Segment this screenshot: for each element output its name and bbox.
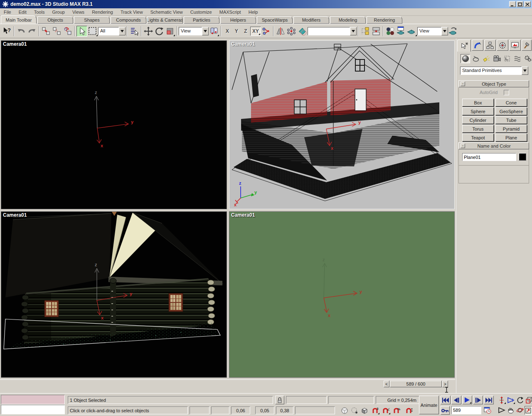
- zoom-extents-all-icon[interactable]: [525, 396, 532, 404]
- time-configuration-icon[interactable]: [483, 406, 492, 414]
- primitive-category-dropdown-icon[interactable]: [522, 67, 528, 75]
- menu-track-view[interactable]: Track View: [117, 9, 147, 15]
- create-shapes-button[interactable]: [471, 54, 480, 63]
- restrict-x-button[interactable]: X: [223, 27, 232, 36]
- select-and-manipulate-button[interactable]: [261, 26, 272, 37]
- tab-particles[interactable]: Particles: [184, 16, 219, 24]
- snap-dotted-icon[interactable]: [350, 406, 359, 415]
- snap-toggle-3d-icon[interactable]: 3: [371, 406, 380, 415]
- cylinder-button[interactable]: Cylinder: [462, 116, 494, 124]
- snap-cube-icon[interactable]: [360, 406, 369, 415]
- tab-objects[interactable]: Objects: [37, 16, 73, 24]
- menu-group[interactable]: Group: [48, 9, 69, 15]
- tab-main-toolbar[interactable]: Main Toolbar: [1, 15, 37, 24]
- menu-edit[interactable]: Edit: [15, 9, 30, 15]
- viewport-label[interactable]: Camera01: [3, 212, 27, 218]
- unlink-selection-button[interactable]: [52, 26, 62, 37]
- name-color-rollout-header[interactable]: - Name and Color: [458, 142, 529, 149]
- tab-modify[interactable]: [472, 40, 483, 51]
- spinner-snap-icon[interactable]: [405, 406, 414, 415]
- tab-modeling[interactable]: Modeling: [330, 16, 366, 24]
- degradation-override-icon[interactable]: [340, 406, 349, 415]
- box-button[interactable]: Box: [462, 99, 494, 106]
- restrict-y-button[interactable]: Y: [232, 27, 241, 36]
- viewport-bottom-left[interactable]: Camera01: [1, 211, 227, 378]
- render-last-button[interactable]: [448, 26, 459, 37]
- render-type-combo[interactable]: View: [417, 27, 448, 35]
- torus-button[interactable]: Torus: [462, 125, 494, 133]
- viewport-bottom-right[interactable]: Camera01 z y x: [229, 211, 455, 378]
- tab-shapes[interactable]: Shapes: [74, 16, 110, 24]
- menu-schematic-view[interactable]: Schematic View: [147, 9, 187, 15]
- create-helpers-button[interactable]: [502, 54, 512, 63]
- tab-create[interactable]: [457, 40, 471, 52]
- tab-helpers[interactable]: Helpers: [220, 16, 256, 24]
- select-and-scale-button[interactable]: [165, 26, 175, 37]
- cone-button[interactable]: Cone: [495, 99, 527, 106]
- go-to-end-button[interactable]: [484, 396, 494, 404]
- percent-snap-icon[interactable]: %: [392, 406, 401, 415]
- named-selection-sets-combo[interactable]: [308, 27, 357, 35]
- plane-button[interactable]: Plane: [495, 134, 527, 141]
- tab-display[interactable]: [509, 40, 521, 51]
- sphere-button[interactable]: Sphere: [462, 107, 494, 115]
- region-select-button[interactable]: [87, 26, 98, 37]
- create-lights-button[interactable]: [481, 54, 491, 63]
- select-and-move-button[interactable]: [143, 26, 154, 37]
- align-button[interactable]: [297, 26, 308, 37]
- tab-rendering[interactable]: Rendering: [367, 16, 402, 24]
- current-frame-field[interactable]: [451, 406, 481, 414]
- reference-coordinate-system-combo[interactable]: View: [179, 27, 209, 35]
- selection-lock-button[interactable]: [275, 396, 284, 404]
- selection-filter-combo[interactable]: All: [98, 27, 126, 35]
- play-animation-button[interactable]: [462, 396, 472, 404]
- select-by-name-button[interactable]: [129, 26, 140, 37]
- create-systems-button[interactable]: [523, 54, 532, 63]
- material-editor-button[interactable]: [385, 26, 396, 37]
- restrict-xy-plane-button[interactable]: XY: [250, 27, 261, 36]
- tab-lights-cameras[interactable]: Lights & Cameras: [147, 16, 183, 24]
- collapse-icon[interactable]: -: [461, 144, 465, 148]
- select-object-button[interactable]: [76, 26, 87, 37]
- primitive-category-combo[interactable]: Standard Primitives: [460, 67, 528, 75]
- tab-utilities[interactable]: [522, 40, 532, 51]
- use-pivot-point-center-button[interactable]: [209, 26, 219, 37]
- pyramid-button[interactable]: Pyramid: [495, 125, 527, 133]
- selection-filter-dropdown-icon[interactable]: [119, 27, 126, 35]
- tab-modifiers[interactable]: Modifiers: [293, 16, 329, 24]
- geosphere-button[interactable]: GeoSphere: [495, 107, 527, 115]
- menu-maxscript[interactable]: MAXScript: [216, 9, 245, 15]
- next-frame-button[interactable]: [473, 396, 483, 404]
- close-button[interactable]: [524, 1, 531, 7]
- viewport-top-right[interactable]: Camera01: [229, 40, 455, 209]
- create-cameras-button[interactable]: [492, 54, 501, 63]
- tab-motion[interactable]: [497, 40, 508, 51]
- coordinate-system-dropdown-icon[interactable]: [202, 27, 209, 35]
- truck-camera-hand-icon[interactable]: [506, 406, 515, 414]
- dolly-camera-icon[interactable]: [497, 396, 506, 404]
- render-type-dropdown-icon[interactable]: [441, 27, 448, 35]
- open-schematic-view-button[interactable]: [371, 26, 382, 37]
- roll-camera-icon[interactable]: [515, 396, 525, 404]
- undo-button[interactable]: [16, 26, 27, 37]
- viewport-label[interactable]: Camera01: [231, 212, 255, 218]
- time-slider-prev-button[interactable]: <: [384, 381, 389, 387]
- title-bar[interactable]: demo02.max - 3D Studio MAX R3.1: [0, 0, 532, 8]
- help-mode-button[interactable]: ?: [2, 26, 12, 37]
- time-slider-track[interactable]: < 589 / 600 >: [0, 379, 455, 388]
- key-mode-toggle-button[interactable]: [441, 406, 450, 415]
- tab-compounds[interactable]: Compounds: [111, 16, 146, 24]
- render-scene-button[interactable]: [396, 26, 406, 37]
- tab-spacewarps[interactable]: SpaceWarps: [257, 16, 293, 24]
- maxscript-macro-recorder-field[interactable]: [1, 395, 65, 404]
- restrict-z-button[interactable]: Z: [241, 27, 250, 36]
- create-spacewarps-button[interactable]: [512, 54, 522, 63]
- animate-button[interactable]: Animate: [419, 396, 439, 414]
- orbit-camera-icon[interactable]: [515, 406, 525, 414]
- previous-frame-button[interactable]: [451, 396, 461, 404]
- tube-button[interactable]: Tube: [495, 116, 527, 124]
- maxscript-listener-field[interactable]: [1, 405, 65, 414]
- time-slider-next-button[interactable]: >: [442, 381, 448, 387]
- redo-button[interactable]: [27, 26, 37, 37]
- menu-customize[interactable]: Customize: [187, 9, 216, 15]
